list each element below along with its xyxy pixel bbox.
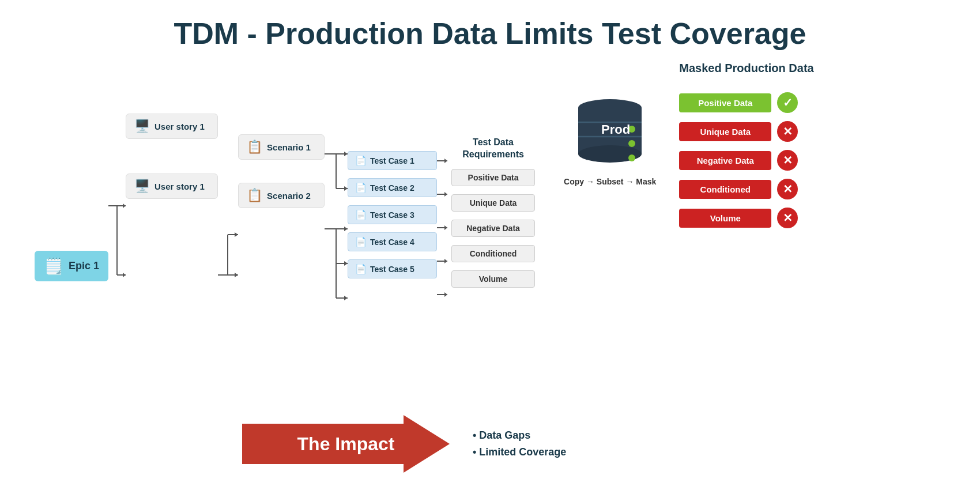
svg-marker-33	[444, 259, 447, 263]
impact-label: The Impact	[297, 434, 395, 455]
tc1-icon: 📄	[355, 155, 367, 166]
scenario-2: 📋 Scenario 2	[238, 183, 325, 208]
masked-rows: Positive Data ✓ Unique Data ✕ Negative D…	[679, 92, 798, 228]
impact-results: Data Gaps Limited Coverage	[473, 429, 566, 458]
impact-section: The Impact Data Gaps Limited Coverage	[242, 415, 566, 473]
check-icon: ✓	[777, 92, 798, 113]
svg-marker-17	[344, 186, 348, 191]
user-story-1: 🖥️ User story 1	[126, 114, 218, 139]
svg-point-43	[628, 154, 635, 161]
masked-badge-negative: Negative Data	[679, 151, 771, 170]
svg-marker-25	[344, 296, 348, 300]
tc4-icon: 📄	[355, 236, 367, 247]
scenario-2-label: Scenario 2	[267, 191, 311, 201]
tc4-label: Test Case 4	[370, 238, 414, 247]
svg-marker-27	[444, 159, 447, 163]
svg-marker-15	[344, 152, 348, 156]
test-case-2: 📄 Test Case 2	[348, 178, 437, 197]
masked-badge-volume: Volume	[679, 209, 771, 228]
epic-block: 🗒️ Epic 1	[35, 251, 108, 281]
x-icon-2: ✕	[777, 150, 798, 171]
scenario-1-label: Scenario 1	[267, 142, 311, 152]
masked-title: Masked Production Data	[679, 62, 813, 75]
data-req-3: Negative Data	[451, 220, 535, 237]
user-story-2-icon: 🖥️	[134, 179, 150, 194]
impact-result-1: Data Gaps	[473, 429, 566, 442]
scenario-2-icon: 📋	[247, 188, 262, 203]
svg-text:Prod: Prod	[601, 122, 630, 137]
data-req-1: Positive Data	[451, 169, 535, 186]
masked-row-0: Positive Data ✓	[679, 92, 798, 113]
masked-row-1: Unique Data ✕	[679, 121, 798, 142]
data-req-5: Volume	[451, 270, 535, 288]
x-icon-4: ✕	[777, 208, 798, 228]
user-story-2-label: User story 1	[154, 182, 205, 191]
test-case-5: 📄 Test Case 5	[348, 259, 437, 278]
scenario-1-icon: 📋	[247, 140, 262, 154]
user-story-2: 🖥️ User story 1	[126, 174, 218, 199]
scenario-1: 📋 Scenario 1	[238, 134, 325, 160]
test-case-3: 📄 Test Case 3	[348, 205, 437, 224]
x-icon-1: ✕	[777, 121, 798, 142]
tc2-label: Test Case 2	[370, 183, 414, 193]
tc3-icon: 📄	[355, 209, 367, 220]
impact-result-2: Limited Coverage	[473, 446, 566, 458]
masked-badge-positive: Positive Data	[679, 93, 771, 112]
svg-marker-35	[444, 292, 447, 297]
tc5-label: Test Case 5	[370, 265, 414, 274]
test-case-1: 📄 Test Case 1	[348, 151, 437, 170]
epic-icon: 🗒️	[44, 257, 64, 276]
x-icon-3: ✕	[777, 179, 798, 199]
test-case-4: 📄 Test Case 4	[348, 232, 437, 251]
tc2-icon: 📄	[355, 182, 367, 193]
masked-section: Masked Production Data Positive Data ✓ U…	[679, 62, 813, 361]
masked-row-4: Volume ✕	[679, 208, 798, 228]
user-story-1-icon: 🖥️	[134, 119, 150, 134]
impact-arrow: The Impact	[242, 415, 450, 473]
user-story-1-label: User story 1	[154, 122, 205, 131]
svg-marker-29	[444, 192, 447, 197]
copy-subset-mask-label: Copy → Subset → Mask	[564, 177, 656, 186]
tc5-icon: 📄	[355, 263, 367, 274]
svg-point-42	[628, 140, 635, 147]
masked-row-3: Conditioned ✕	[679, 179, 798, 199]
masked-badge-conditioned: Conditioned	[679, 180, 771, 199]
masked-row-2: Negative Data ✕	[679, 150, 798, 171]
data-reqs-title: Test DataRequirements	[451, 137, 535, 161]
data-req-2: Unique Data	[451, 194, 535, 212]
svg-marker-31	[444, 225, 447, 230]
data-req-4: Conditioned	[451, 245, 535, 262]
tc3-label: Test Case 3	[370, 210, 414, 220]
prod-db-icon: Prod	[570, 91, 650, 171]
tc1-label: Test Case 1	[370, 156, 414, 165]
page-title: TDM - Production Data Limits Test Covera…	[0, 0, 980, 56]
svg-marker-21	[344, 227, 348, 231]
prod-section: Prod Copy → Subset → Mask	[564, 91, 656, 361]
masked-badge-unique: Unique Data	[679, 122, 771, 141]
epic-label: Epic 1	[69, 260, 99, 272]
svg-marker-23	[344, 261, 348, 266]
